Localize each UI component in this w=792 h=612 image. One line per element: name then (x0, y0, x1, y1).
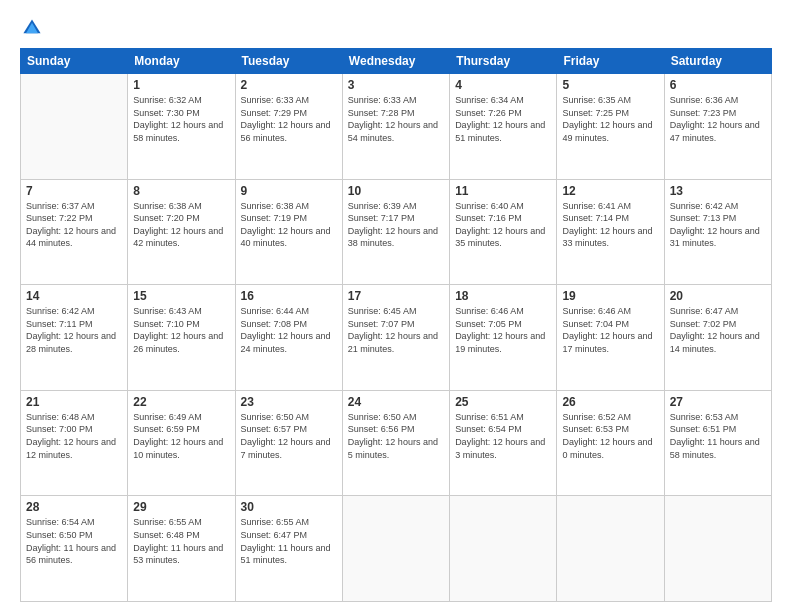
day-info: Sunrise: 6:37 AM Sunset: 7:22 PM Dayligh… (26, 200, 122, 250)
calendar-cell: 8Sunrise: 6:38 AM Sunset: 7:20 PM Daylig… (128, 179, 235, 285)
day-info: Sunrise: 6:46 AM Sunset: 7:05 PM Dayligh… (455, 305, 551, 355)
calendar-cell: 21Sunrise: 6:48 AM Sunset: 7:00 PM Dayli… (21, 390, 128, 496)
day-info: Sunrise: 6:55 AM Sunset: 6:48 PM Dayligh… (133, 516, 229, 566)
calendar-cell: 16Sunrise: 6:44 AM Sunset: 7:08 PM Dayli… (235, 285, 342, 391)
calendar-cell: 25Sunrise: 6:51 AM Sunset: 6:54 PM Dayli… (450, 390, 557, 496)
day-info: Sunrise: 6:43 AM Sunset: 7:10 PM Dayligh… (133, 305, 229, 355)
day-number: 17 (348, 289, 444, 303)
day-info: Sunrise: 6:36 AM Sunset: 7:23 PM Dayligh… (670, 94, 766, 144)
week-row-1: 1Sunrise: 6:32 AM Sunset: 7:30 PM Daylig… (21, 74, 772, 180)
day-number: 4 (455, 78, 551, 92)
day-info: Sunrise: 6:40 AM Sunset: 7:16 PM Dayligh… (455, 200, 551, 250)
day-info: Sunrise: 6:50 AM Sunset: 6:57 PM Dayligh… (241, 411, 337, 461)
day-info: Sunrise: 6:54 AM Sunset: 6:50 PM Dayligh… (26, 516, 122, 566)
day-number: 21 (26, 395, 122, 409)
day-number: 16 (241, 289, 337, 303)
calendar-cell: 5Sunrise: 6:35 AM Sunset: 7:25 PM Daylig… (557, 74, 664, 180)
day-info: Sunrise: 6:55 AM Sunset: 6:47 PM Dayligh… (241, 516, 337, 566)
day-info: Sunrise: 6:46 AM Sunset: 7:04 PM Dayligh… (562, 305, 658, 355)
day-number: 14 (26, 289, 122, 303)
calendar-cell: 17Sunrise: 6:45 AM Sunset: 7:07 PM Dayli… (342, 285, 449, 391)
day-info: Sunrise: 6:33 AM Sunset: 7:29 PM Dayligh… (241, 94, 337, 144)
calendar-cell: 23Sunrise: 6:50 AM Sunset: 6:57 PM Dayli… (235, 390, 342, 496)
weekday-header-sunday: Sunday (21, 49, 128, 74)
calendar-cell: 28Sunrise: 6:54 AM Sunset: 6:50 PM Dayli… (21, 496, 128, 602)
day-number: 25 (455, 395, 551, 409)
weekday-header-thursday: Thursday (450, 49, 557, 74)
week-row-2: 7Sunrise: 6:37 AM Sunset: 7:22 PM Daylig… (21, 179, 772, 285)
day-info: Sunrise: 6:44 AM Sunset: 7:08 PM Dayligh… (241, 305, 337, 355)
day-number: 20 (670, 289, 766, 303)
day-info: Sunrise: 6:52 AM Sunset: 6:53 PM Dayligh… (562, 411, 658, 461)
logo (20, 16, 48, 40)
calendar-cell: 4Sunrise: 6:34 AM Sunset: 7:26 PM Daylig… (450, 74, 557, 180)
calendar-cell (450, 496, 557, 602)
day-number: 12 (562, 184, 658, 198)
day-info: Sunrise: 6:47 AM Sunset: 7:02 PM Dayligh… (670, 305, 766, 355)
calendar-cell: 19Sunrise: 6:46 AM Sunset: 7:04 PM Dayli… (557, 285, 664, 391)
day-info: Sunrise: 6:53 AM Sunset: 6:51 PM Dayligh… (670, 411, 766, 461)
calendar-cell: 18Sunrise: 6:46 AM Sunset: 7:05 PM Dayli… (450, 285, 557, 391)
day-info: Sunrise: 6:42 AM Sunset: 7:11 PM Dayligh… (26, 305, 122, 355)
week-row-5: 28Sunrise: 6:54 AM Sunset: 6:50 PM Dayli… (21, 496, 772, 602)
day-number: 15 (133, 289, 229, 303)
day-number: 9 (241, 184, 337, 198)
calendar-cell: 13Sunrise: 6:42 AM Sunset: 7:13 PM Dayli… (664, 179, 771, 285)
day-number: 8 (133, 184, 229, 198)
day-number: 22 (133, 395, 229, 409)
day-info: Sunrise: 6:38 AM Sunset: 7:19 PM Dayligh… (241, 200, 337, 250)
day-number: 2 (241, 78, 337, 92)
day-number: 30 (241, 500, 337, 514)
day-number: 19 (562, 289, 658, 303)
weekday-header-tuesday: Tuesday (235, 49, 342, 74)
calendar-cell: 14Sunrise: 6:42 AM Sunset: 7:11 PM Dayli… (21, 285, 128, 391)
calendar-cell (557, 496, 664, 602)
day-info: Sunrise: 6:35 AM Sunset: 7:25 PM Dayligh… (562, 94, 658, 144)
day-info: Sunrise: 6:32 AM Sunset: 7:30 PM Dayligh… (133, 94, 229, 144)
day-info: Sunrise: 6:33 AM Sunset: 7:28 PM Dayligh… (348, 94, 444, 144)
day-info: Sunrise: 6:45 AM Sunset: 7:07 PM Dayligh… (348, 305, 444, 355)
page: SundayMondayTuesdayWednesdayThursdayFrid… (0, 0, 792, 612)
day-info: Sunrise: 6:48 AM Sunset: 7:00 PM Dayligh… (26, 411, 122, 461)
calendar-cell: 1Sunrise: 6:32 AM Sunset: 7:30 PM Daylig… (128, 74, 235, 180)
day-number: 6 (670, 78, 766, 92)
calendar-cell: 6Sunrise: 6:36 AM Sunset: 7:23 PM Daylig… (664, 74, 771, 180)
calendar-cell: 29Sunrise: 6:55 AM Sunset: 6:48 PM Dayli… (128, 496, 235, 602)
calendar-cell: 7Sunrise: 6:37 AM Sunset: 7:22 PM Daylig… (21, 179, 128, 285)
day-number: 23 (241, 395, 337, 409)
day-number: 27 (670, 395, 766, 409)
calendar-cell: 9Sunrise: 6:38 AM Sunset: 7:19 PM Daylig… (235, 179, 342, 285)
calendar-cell: 3Sunrise: 6:33 AM Sunset: 7:28 PM Daylig… (342, 74, 449, 180)
day-info: Sunrise: 6:41 AM Sunset: 7:14 PM Dayligh… (562, 200, 658, 250)
calendar-cell: 24Sunrise: 6:50 AM Sunset: 6:56 PM Dayli… (342, 390, 449, 496)
calendar-cell: 2Sunrise: 6:33 AM Sunset: 7:29 PM Daylig… (235, 74, 342, 180)
weekday-header-saturday: Saturday (664, 49, 771, 74)
calendar-cell: 20Sunrise: 6:47 AM Sunset: 7:02 PM Dayli… (664, 285, 771, 391)
day-number: 10 (348, 184, 444, 198)
day-info: Sunrise: 6:50 AM Sunset: 6:56 PM Dayligh… (348, 411, 444, 461)
day-number: 28 (26, 500, 122, 514)
week-row-4: 21Sunrise: 6:48 AM Sunset: 7:00 PM Dayli… (21, 390, 772, 496)
day-number: 7 (26, 184, 122, 198)
weekday-header-monday: Monday (128, 49, 235, 74)
day-number: 18 (455, 289, 551, 303)
calendar-cell: 30Sunrise: 6:55 AM Sunset: 6:47 PM Dayli… (235, 496, 342, 602)
day-number: 3 (348, 78, 444, 92)
calendar-cell: 27Sunrise: 6:53 AM Sunset: 6:51 PM Dayli… (664, 390, 771, 496)
header (20, 16, 772, 40)
logo-icon (20, 16, 44, 40)
calendar-table: SundayMondayTuesdayWednesdayThursdayFrid… (20, 48, 772, 602)
weekday-header-wednesday: Wednesday (342, 49, 449, 74)
day-number: 24 (348, 395, 444, 409)
calendar-cell (21, 74, 128, 180)
calendar-cell: 12Sunrise: 6:41 AM Sunset: 7:14 PM Dayli… (557, 179, 664, 285)
day-number: 13 (670, 184, 766, 198)
day-number: 26 (562, 395, 658, 409)
calendar-cell (342, 496, 449, 602)
weekday-header-row: SundayMondayTuesdayWednesdayThursdayFrid… (21, 49, 772, 74)
day-number: 1 (133, 78, 229, 92)
day-number: 11 (455, 184, 551, 198)
calendar-cell (664, 496, 771, 602)
calendar-cell: 15Sunrise: 6:43 AM Sunset: 7:10 PM Dayli… (128, 285, 235, 391)
week-row-3: 14Sunrise: 6:42 AM Sunset: 7:11 PM Dayli… (21, 285, 772, 391)
